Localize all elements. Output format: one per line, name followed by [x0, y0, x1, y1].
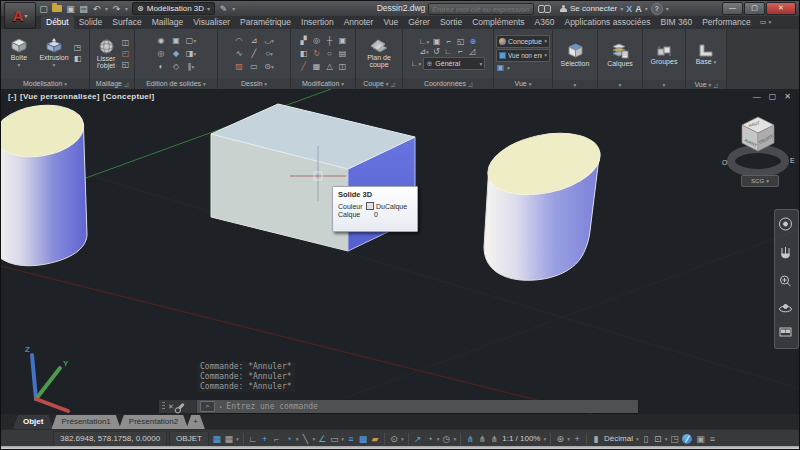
viewport-canvas[interactable]: Z Y X [1, 89, 799, 414]
annotation-monitor-icon[interactable]: ◷ [440, 432, 452, 446]
drawing-viewport[interactable]: Z Y X [-] [Vue personnalisée] [Conceptue… [1, 89, 799, 414]
graphics-performance-icon[interactable] [682, 434, 692, 444]
isometric-drafting-icon[interactable]: ╲ [299, 432, 311, 446]
spline-icon[interactable]: ∿ [235, 49, 244, 59]
panel-expand-calques[interactable]: ▾ [598, 80, 642, 89]
polar-tracking-icon[interactable]: ◔ [283, 432, 295, 446]
panel-label-dessin[interactable]: Dessin ▾ [218, 78, 290, 89]
ucs-previous-icon[interactable]: ⌐ [444, 37, 453, 47]
tab-maillage[interactable]: Maillage [147, 16, 189, 29]
ucs-combo[interactable]: ⊕ Général ▾ [423, 57, 485, 70]
compass-east-label[interactable]: E [790, 157, 795, 164]
compass-west-label[interactable]: O [722, 159, 728, 166]
tab-parametrique[interactable]: Paramétrique [235, 16, 296, 29]
dynamic-input-icon[interactable]: + [259, 432, 271, 446]
command-input[interactable]: > ▾ Entrez une commande [197, 400, 638, 413]
autoscale-icon[interactable]: ◔ [424, 432, 436, 446]
drawing-restore-button[interactable]: ▢ [769, 92, 777, 101]
autodesk-exchange-icon[interactable]: X [626, 4, 632, 14]
copy-icon[interactable]: ▣ [338, 36, 347, 46]
new-layout-button[interactable]: + [186, 415, 205, 429]
units-bar-icon[interactable]: ▮ [590, 432, 602, 446]
navigation-bar[interactable] [774, 209, 799, 349]
drawing-close-button[interactable]: ✕ [784, 92, 791, 101]
intersect-icon[interactable]: ◐ [157, 62, 166, 72]
polysolid-icon[interactable]: ◳ [73, 43, 82, 53]
signin-button[interactable]: Se connecter [570, 4, 617, 13]
help-button[interactable]: ? [651, 3, 663, 15]
annotation-visibility-icon[interactable]: ↗ [412, 432, 424, 446]
lineweight-icon[interactable]: ≡ [345, 432, 357, 446]
shell-icon[interactable]: ∥▾ [187, 62, 196, 72]
arc-icon[interactable]: ◠ [235, 36, 244, 46]
command-prompt-text[interactable]: Entrez une commande [226, 402, 318, 411]
union-icon[interactable]: ◉ [157, 36, 166, 46]
rotate-icon[interactable]: ↻ [312, 49, 321, 59]
panel-label-vue[interactable]: Vue ▾ [494, 78, 552, 89]
new-drawing-button[interactable]: ▢ [39, 3, 48, 15]
offset-icon[interactable]: ○ [325, 49, 334, 59]
scale-icon[interactable]: ◎ [312, 36, 321, 46]
tab-bim360[interactable]: BIM 360 [655, 16, 697, 29]
extrude-faces-icon[interactable]: ▣ [172, 36, 181, 46]
ucs-face-icon[interactable]: ⊿▾ [419, 47, 428, 57]
ucs-z-icon[interactable]: ◿ [468, 47, 477, 57]
units-display[interactable]: Décimal [604, 434, 633, 443]
base-button[interactable]: Base ▾ [686, 29, 726, 80]
viewcube-ucs-button[interactable]: SCG▾ [741, 175, 779, 187]
panel-expand-groupes[interactable]: ▾ [643, 80, 685, 89]
application-menu-button[interactable]: A ▾ [4, 2, 36, 29]
selection-cycling-icon[interactable]: ⊙ [388, 432, 400, 446]
redo-button[interactable]: ↷ [112, 3, 121, 15]
subtract-icon[interactable]: ◎ [157, 49, 166, 59]
array-icon[interactable]: ▦ [312, 62, 321, 72]
quick-properties-icon[interactable]: ⊡ [652, 432, 664, 446]
ucs-origin-icon[interactable]: ⊕ [468, 37, 477, 47]
trim-icon[interactable]: ▤ [338, 49, 347, 59]
plot-button[interactable]: ▤ [79, 3, 88, 15]
circle-icon[interactable]: ○▾ [265, 49, 274, 59]
cylinder-right[interactable] [482, 124, 606, 280]
fillet-edge-icon[interactable]: ◆ [172, 49, 181, 59]
viewport-scale-display[interactable]: 1:1 / 100% [502, 434, 540, 443]
ucs-object-icon[interactable]: ◱ [456, 37, 465, 47]
annotation-space-icon[interactable]: ▰ [369, 432, 381, 446]
customize-command-line-icon[interactable] [177, 403, 185, 411]
polyline-icon[interactable]: ⊿ [250, 36, 259, 46]
mirror-icon[interactable]: ╱ [299, 62, 308, 72]
panel-label-modelisation[interactable]: Modélisation ▾ [1, 78, 89, 89]
tab-presentation2[interactable]: Présentation2 [119, 415, 188, 429]
ucs-triad[interactable]: Z Y X [25, 345, 69, 414]
redo-dropdown[interactable]: ▾ [125, 5, 128, 12]
clean-screen-icon[interactable]: ▣ [694, 432, 706, 446]
undo-button[interactable]: ↶ [92, 3, 101, 15]
mesh-refine-icon[interactable]: ◫ [121, 38, 130, 48]
annotation-scale-icon[interactable]: ⋔ [464, 432, 476, 446]
named-view-combo[interactable]: Vue non enregis ▾ [496, 49, 550, 62]
erase-icon[interactable]: ◧ [299, 49, 308, 59]
rectangle-icon[interactable]: ▭ [250, 62, 259, 72]
viewport-view-menu[interactable]: [Vue personnalisée] [20, 92, 100, 101]
tab-surface[interactable]: Surface [107, 16, 146, 29]
ucs-named-icon[interactable]: ∟▾ [411, 59, 422, 69]
minimize-button[interactable]: — [722, 2, 743, 15]
line-icon[interactable]: ╱ [250, 49, 259, 59]
tab-sortie[interactable]: Sortie [435, 16, 467, 29]
coordinates-display[interactable]: 382.6948, 578.1758, 0.0000 [53, 431, 167, 447]
transparency-icon[interactable]: ▩ [357, 432, 369, 446]
search-icon[interactable] [538, 5, 550, 12]
panel-expand-selection[interactable]: ▾ [553, 80, 597, 89]
panel-label-coordonnees[interactable]: Coordonnées ◿ [403, 78, 493, 89]
viewport-controls-menu[interactable]: [-] [8, 92, 17, 101]
object-snap-icon[interactable]: ∠ [316, 432, 328, 446]
hatch-icon[interactable]: ▨ [235, 62, 244, 72]
search-input[interactable] [429, 5, 533, 14]
panel-label-edition[interactable]: Edition de solides ▾ [135, 78, 217, 89]
stretch-icon[interactable]: ▞ [299, 36, 308, 46]
panel-label-coupe[interactable]: Coupe ▾ ◿ [356, 78, 402, 89]
cylinder-left[interactable] [1, 99, 87, 265]
open-file-button[interactable] [52, 5, 62, 12]
units-secondary-icon[interactable]: ▯ [640, 432, 652, 446]
command-line-bar[interactable]: ✕ > ▾ Entrez une commande [159, 400, 638, 413]
drag-handle[interactable] [162, 402, 165, 411]
